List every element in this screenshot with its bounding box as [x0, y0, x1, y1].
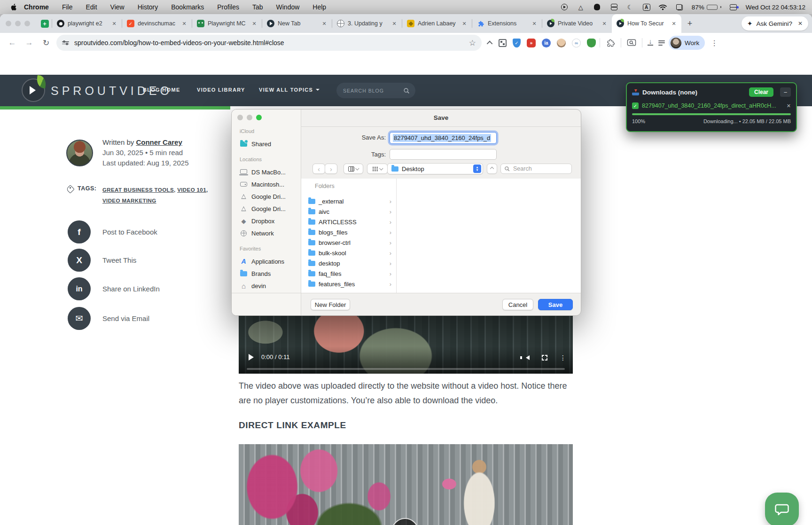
sidebar-item-applications[interactable]: AApplications	[240, 255, 301, 267]
menu-window[interactable]: Window	[276, 3, 300, 11]
tag-great-business-tools[interactable]: GREAT BUSINESS TOOLS	[102, 187, 174, 193]
minimize-window-button[interactable]	[15, 21, 21, 26]
input-source-icon[interactable]: A	[642, 3, 651, 11]
dialog-search-field[interactable]	[500, 164, 572, 174]
folder-row-features-files[interactable]: features_files›	[301, 279, 396, 289]
blog-search[interactable]	[336, 83, 415, 98]
nav-video-library[interactable]: VIDEO LIBRARY	[197, 87, 245, 93]
close-tab-icon[interactable]: ✕	[601, 20, 608, 27]
menu-chrome[interactable]: Chrome	[24, 3, 49, 11]
extensions-puzzle-icon[interactable]	[604, 36, 617, 49]
folder-row-external[interactable]: _external›	[301, 196, 396, 206]
reading-list-icon[interactable]	[658, 40, 665, 46]
menu-profiles[interactable]: Profiles	[217, 3, 239, 11]
dismiss-gemini-icon[interactable]: ✕	[798, 20, 803, 27]
dialog-minimize-button[interactable]	[247, 115, 252, 120]
sidebar-item-dropbox[interactable]: ◆Dropbox	[240, 215, 301, 227]
tab-search-icon[interactable]	[625, 36, 638, 49]
minimize-popup-button[interactable]: −	[780, 87, 791, 97]
close-tab-icon[interactable]: ✕	[110, 20, 118, 27]
blue-extension-icon[interactable]: ia	[542, 39, 551, 47]
dialog-search-input[interactable]	[512, 165, 559, 172]
downloads-toolbar-icon[interactable]: ↓	[646, 39, 655, 47]
close-tab-icon[interactable]: ✕	[670, 20, 678, 27]
red-extension-icon[interactable]: »	[527, 39, 536, 47]
author-link[interactable]: Conner Carey	[136, 138, 182, 146]
blog-search-input[interactable]	[342, 87, 403, 94]
sidebar-item-devin-home[interactable]: ⌂devin	[240, 280, 301, 292]
shortcuts-icon[interactable]: △	[577, 3, 585, 11]
pinned-tab[interactable]: +	[38, 16, 52, 31]
avatar-extension-icon[interactable]	[557, 39, 566, 47]
folder-row-aivc[interactable]: aivc›	[301, 206, 396, 217]
close-tab-icon[interactable]: ✕	[250, 20, 258, 27]
dialog-window-controls[interactable]	[237, 115, 262, 120]
group-view-button[interactable]	[367, 164, 388, 174]
apple-menu-icon[interactable]	[10, 3, 17, 11]
close-window-button[interactable]	[6, 21, 11, 26]
chat-widget-button[interactable]	[765, 493, 799, 525]
dialog-zoom-button[interactable]	[256, 115, 262, 120]
tab-adrien[interactable]: Adrien Labaey ✕	[402, 16, 472, 31]
close-tab-icon[interactable]: ✕	[320, 20, 328, 27]
volume-icon[interactable]	[526, 355, 530, 360]
play-icon[interactable]	[249, 354, 254, 360]
tab-playwright[interactable]: playwright e2 ✕	[52, 16, 122, 31]
profile-chip[interactable]: Work	[669, 36, 705, 50]
folder-row-browser-ctrl[interactable]: browser-ctrl›	[301, 237, 396, 248]
menu-bookmarks[interactable]: Bookmarks	[171, 3, 204, 11]
email-share-label[interactable]: Send via Email	[102, 314, 149, 322]
qr-extension-icon[interactable]	[499, 39, 507, 47]
tag-video-101[interactable]: VIDEO 101	[177, 187, 206, 193]
folder-row-blogs-files[interactable]: blogs_files›	[301, 227, 396, 237]
tab-extensions[interactable]: Extensions ✕	[472, 16, 542, 31]
url-text[interactable]: sproutvideo.com/blog/how-to-embed-videos…	[74, 39, 464, 47]
location-select[interactable]: Desktop ▲▼	[387, 163, 483, 174]
fullscreen-icon[interactable]	[542, 355, 547, 360]
mask-extension-icon[interactable]	[587, 39, 596, 47]
linkedin-share-button[interactable]: in	[68, 277, 91, 300]
menu-tab[interactable]: Tab	[252, 3, 263, 11]
tab-playwright-mcp[interactable]: Playwright MC ✕	[192, 16, 262, 31]
menu-edit[interactable]: Edit	[86, 3, 97, 11]
direct-link-video[interactable]	[239, 444, 573, 525]
remove-download-icon[interactable]: ✕	[787, 103, 791, 109]
video-menu-kebab-icon[interactable]: ⋮	[560, 354, 566, 361]
window-manager-icon[interactable]	[675, 3, 684, 11]
sidebar-item-shared[interactable]: Shared	[240, 138, 301, 150]
close-tab-icon[interactable]: ✕	[531, 20, 538, 27]
cancel-button[interactable]: Cancel	[502, 299, 533, 310]
new-tab-button[interactable]: +	[683, 17, 696, 30]
reload-button[interactable]: ↻	[39, 36, 53, 49]
silhouette-status-icon[interactable]	[593, 3, 601, 11]
back-button[interactable]: ←	[6, 36, 19, 49]
clear-downloads-button[interactable]: Clear	[749, 87, 773, 97]
tab-new-tab[interactable]: New Tab ✕	[262, 16, 332, 31]
expand-button[interactable]	[487, 164, 497, 174]
menu-history[interactable]: History	[138, 3, 158, 11]
site-settings-icon[interactable]	[62, 41, 70, 45]
password-shield-extension-icon[interactable]: ✓	[513, 39, 521, 47]
tab-updating[interactable]: 3. Updating y ✕	[332, 16, 402, 31]
tags-field[interactable]	[390, 149, 497, 160]
new-folder-button[interactable]: New Folder	[311, 299, 350, 310]
facebook-share-button[interactable]: f	[68, 220, 91, 243]
tab-private-video[interactable]: Private Video ✕	[542, 16, 612, 31]
menu-help[interactable]: Help	[312, 3, 326, 11]
wifi-icon[interactable]	[659, 3, 667, 11]
folder-row-bulk-skool[interactable]: bulk-skool›	[301, 248, 396, 258]
menu-file[interactable]: File	[62, 3, 73, 11]
address-bar[interactable]: sproutvideo.com/blog/how-to-embed-videos…	[56, 35, 482, 51]
bookmark-star-icon[interactable]: ☆	[469, 38, 476, 48]
collapse-extensions-icon[interactable]	[487, 40, 493, 47]
big-play-button[interactable]	[391, 518, 419, 525]
x-share-label[interactable]: Tweet This	[102, 256, 136, 264]
linkedin-share-label[interactable]: Share on LinkedIn	[102, 285, 160, 293]
window-controls[interactable]	[6, 21, 30, 26]
sproutvideo-logo[interactable]	[22, 78, 45, 102]
battery-indicator[interactable]: 87%	[692, 4, 721, 11]
tab-how-to-secure-active[interactable]: How To Secur ✕	[612, 14, 681, 33]
folder-row-desktop[interactable]: desktop›	[301, 258, 396, 268]
dialog-close-button[interactable]	[237, 115, 243, 120]
screen-mirroring-icon[interactable]	[560, 3, 569, 11]
